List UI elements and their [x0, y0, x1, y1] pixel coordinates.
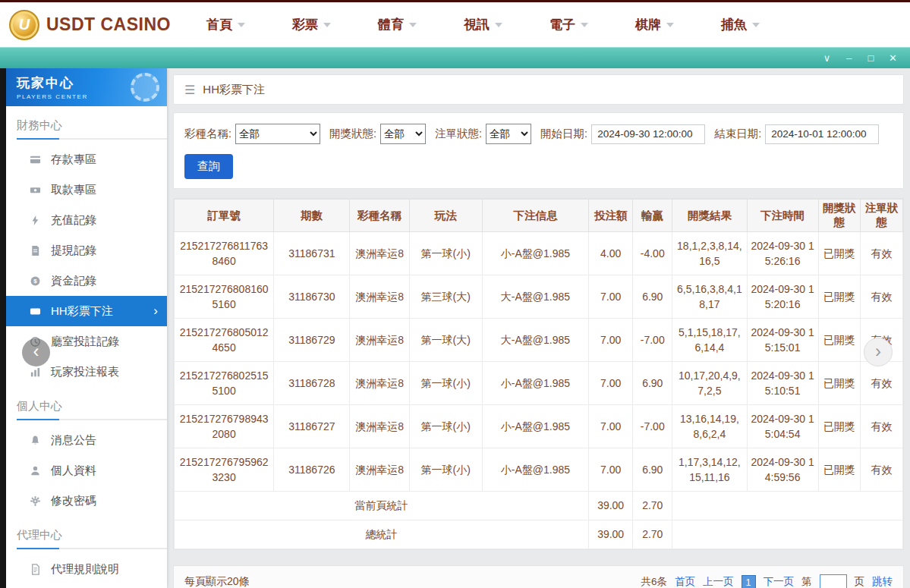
- summary-winloss-total: 2.70: [633, 520, 672, 549]
- chevron-down-icon: [323, 23, 331, 31]
- lottery-name-select[interactable]: 全部: [235, 124, 320, 144]
- sidebar-item-label: 提現記錄: [51, 244, 96, 258]
- bell-icon: [29, 434, 41, 446]
- minimize-icon[interactable]: –: [838, 48, 860, 68]
- table-cell: 澳洲幸运8: [350, 275, 409, 319]
- section-divider: [17, 548, 167, 549]
- menu-item-lottery[interactable]: 彩票: [292, 16, 331, 33]
- table-cell: 7.00: [589, 362, 633, 405]
- table-cell: 小-A盤@1.985: [482, 362, 588, 405]
- brand-name: USDT CASINO: [46, 14, 171, 35]
- carousel-right-arrow[interactable]: ›: [864, 338, 893, 366]
- table-cell: 31186727: [274, 405, 350, 448]
- chevron-down-icon: [495, 23, 502, 31]
- table-row: 215217276808160516031186730澳洲幸运8第三球(大)大-…: [175, 275, 903, 319]
- table-cell: 2152172768050124650: [175, 319, 274, 362]
- main-content: ☰ HH彩票下注 彩種名稱: 全部 開獎狀態: 全部 注單狀態: 全部: [173, 68, 904, 588]
- table-header-cell: 期數: [274, 200, 350, 232]
- menu-item-video[interactable]: 視訊: [464, 16, 502, 33]
- table-header-cell: 開獎狀態: [818, 200, 860, 232]
- table-cell: 有效: [860, 405, 902, 448]
- order-status-select[interactable]: 全部: [486, 124, 531, 144]
- start-date-input[interactable]: [591, 124, 705, 144]
- chevron-down-icon: [666, 23, 674, 31]
- table-header-cell: 訂單號: [175, 200, 274, 232]
- summary-empty-cell: [672, 492, 903, 520]
- first-page-link[interactable]: 首页: [675, 575, 695, 588]
- table-cell: 2152172768117638460: [175, 232, 274, 275]
- menu-item-electronic[interactable]: 電子: [549, 16, 588, 33]
- start-date-label: 開始日期:: [540, 127, 587, 141]
- summary-winloss-total: 2.70: [633, 492, 672, 520]
- draw-status-label: 開獎狀態:: [329, 127, 376, 141]
- table-cell: 6.90: [633, 362, 672, 405]
- sidebar-item-withdraw-record[interactable]: 提現記錄: [6, 235, 167, 266]
- table-cell: 第三球(大): [409, 275, 482, 319]
- sidebar-item-label: 充值記錄: [51, 213, 96, 228]
- menu-item-home[interactable]: 首頁: [206, 16, 245, 33]
- table-cell: 第一球(小): [409, 405, 482, 448]
- current-page-button[interactable]: 1: [742, 575, 756, 588]
- table-cell: 第一球(小): [409, 362, 482, 405]
- table-cell: -7.00: [633, 319, 672, 362]
- poker-chip-icon: [131, 73, 159, 102]
- table-row: 215217276795962323031186726澳洲幸运8第一球(小)小-…: [175, 448, 903, 492]
- menu-item-fishing[interactable]: 捕魚: [721, 16, 760, 33]
- menu-label: 捕魚: [721, 16, 747, 33]
- next-page-link[interactable]: 下一页: [764, 575, 795, 588]
- top-navigation: U USDT CASINO 首頁 彩票 體育 視訊 電子 棋牌 捕魚: [0, 0, 910, 47]
- bet-table-body: 215217276811763846031186731澳洲幸运8第一球(小)小-…: [175, 232, 903, 492]
- draw-status-select[interactable]: 全部: [380, 124, 426, 144]
- sidebar-item-profile[interactable]: 個人資料: [6, 455, 167, 486]
- table-cell: 2024-09-30 15:04:54: [747, 405, 818, 448]
- maximize-icon[interactable]: □: [860, 48, 882, 68]
- sidebar-item-withdraw[interactable]: 取款專區: [6, 175, 167, 205]
- table-cell: 2152172768081605160: [175, 275, 274, 319]
- table-cell: 已開獎: [818, 362, 860, 405]
- pagination-controls: 共6条 首页 上一页 1 下一页 第 页 跳转: [641, 574, 893, 588]
- table-cell: 第一球(小): [409, 448, 482, 492]
- sidebar-item-label: 存款專區: [51, 153, 96, 167]
- end-date-label: 結束日期:: [714, 127, 761, 141]
- sidebar-item-deposit[interactable]: 存款專區: [6, 144, 167, 175]
- table-cell: 7.00: [589, 275, 633, 319]
- page-number-input[interactable]: [820, 574, 847, 588]
- window-title-bar: ∨ – □ ✕: [0, 47, 910, 68]
- menu-item-cards[interactable]: 棋牌: [635, 16, 674, 33]
- hamburger-icon[interactable]: ☰: [184, 83, 195, 97]
- table-cell: 10,17,20,4,9,7,2,5: [672, 362, 747, 405]
- goto-page-link[interactable]: 跳转: [872, 575, 893, 588]
- sidebar-item-funds-record[interactable]: $ 資金記錄: [6, 266, 167, 296]
- search-button[interactable]: 查詢: [184, 154, 233, 179]
- sidebar-item-label: 資金記錄: [51, 274, 96, 288]
- table-cell: 大-A盤@1.985: [482, 319, 588, 362]
- table-cell: 第一球(大): [409, 319, 482, 362]
- close-icon[interactable]: ✕: [882, 48, 904, 68]
- table-header-cell: 下注信息: [482, 200, 588, 232]
- menu-label: 體育: [378, 16, 404, 33]
- table-cell: 有效: [860, 362, 902, 405]
- sidebar-item-hh-lottery-bets[interactable]: HH彩票下注 ›: [6, 296, 167, 326]
- table-cell: 31186726: [274, 448, 350, 492]
- table-row: 215217276811763846031186731澳洲幸运8第一球(小)小-…: [175, 232, 903, 275]
- chevron-down-icon[interactable]: ∨: [816, 48, 838, 68]
- sidebar-item-announcements[interactable]: 消息公告: [6, 425, 167, 455]
- carousel-left-arrow[interactable]: ‹: [22, 338, 50, 366]
- sidebar-item-label: 玩家投注報表: [51, 365, 119, 379]
- prev-page-link[interactable]: 上一页: [703, 575, 734, 588]
- table-cell: 31186729: [274, 319, 350, 362]
- sidebar-item-agent-rules[interactable]: 代理規則說明: [6, 554, 167, 584]
- brand-logo[interactable]: U USDT CASINO: [0, 10, 181, 40]
- table-cell: 2024-09-30 14:59:56: [747, 448, 818, 492]
- end-date-input[interactable]: [765, 124, 879, 144]
- menu-item-sports[interactable]: 體育: [378, 16, 417, 33]
- table-header-cell: 彩種名稱: [350, 200, 409, 232]
- sidebar-item-change-password[interactable]: 修改密碼: [6, 486, 167, 516]
- sidebar-item-recharge-record[interactable]: 充值記錄: [6, 205, 167, 235]
- table-cell: 1,17,3,14,12,15,11,16: [672, 448, 747, 492]
- table-cell: 已開獎: [818, 319, 860, 362]
- table-cell: -7.00: [633, 405, 672, 448]
- lottery-ticket-icon: [29, 305, 41, 317]
- table-header-cell: 注單狀態: [860, 200, 902, 232]
- deposit-card-icon: [29, 153, 41, 165]
